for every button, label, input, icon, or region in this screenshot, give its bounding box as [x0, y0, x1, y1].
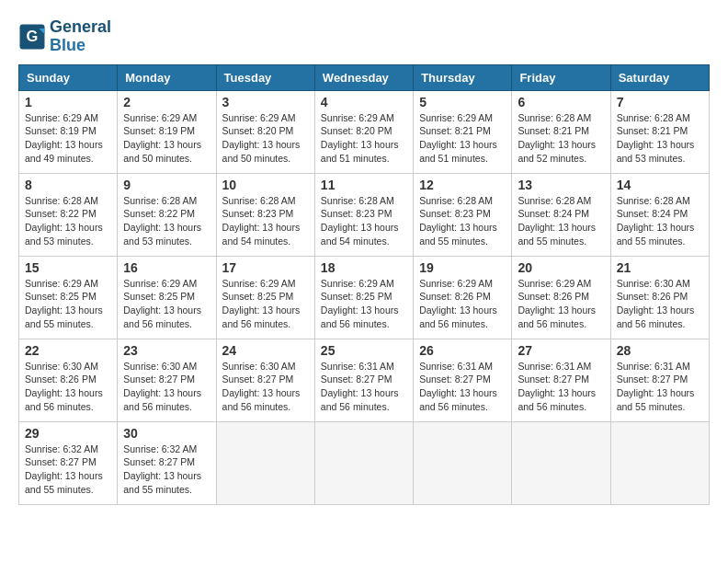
day-number: 30 — [123, 426, 210, 441]
day-info: Sunrise: 6:29 AM Sunset: 8:26 PM Dayligh… — [419, 277, 506, 331]
calendar-cell: 14 Sunrise: 6:28 AM Sunset: 8:24 PM Dayl… — [610, 173, 709, 256]
day-number: 7 — [617, 95, 703, 109]
day-number: 22 — [25, 343, 111, 358]
day-number: 18 — [321, 260, 407, 275]
day-number: 26 — [419, 343, 506, 358]
calendar-cell — [314, 421, 413, 504]
header-monday: Monday — [118, 64, 216, 90]
header-wednesday: Wednesday — [314, 64, 413, 90]
calendar-cell: 29 Sunrise: 6:32 AM Sunset: 8:27 PM Dayl… — [19, 421, 118, 504]
calendar-cell: 27 Sunrise: 6:31 AM Sunset: 8:27 PM Dayl… — [512, 339, 610, 421]
calendar-cell: 2 Sunrise: 6:29 AM Sunset: 8:19 PM Dayli… — [118, 90, 216, 173]
week-row-5: 29 Sunrise: 6:32 AM Sunset: 8:27 PM Dayl… — [19, 421, 710, 504]
calendar-cell — [610, 421, 709, 504]
weekday-header-row: Sunday Monday Tuesday Wednesday Thursday… — [19, 64, 710, 90]
logo-line1: General — [50, 18, 111, 37]
day-info: Sunrise: 6:29 AM Sunset: 8:25 PM Dayligh… — [25, 277, 111, 331]
header-thursday: Thursday — [414, 64, 512, 90]
day-info: Sunrise: 6:32 AM Sunset: 8:27 PM Dayligh… — [123, 442, 210, 497]
day-info: Sunrise: 6:28 AM Sunset: 8:24 PM Dayligh… — [617, 194, 703, 248]
day-info: Sunrise: 6:29 AM Sunset: 8:19 PM Dayligh… — [25, 111, 111, 166]
calendar-cell: 6 Sunrise: 6:28 AM Sunset: 8:21 PM Dayli… — [512, 90, 610, 173]
week-row-4: 22 Sunrise: 6:30 AM Sunset: 8:26 PM Dayl… — [19, 339, 710, 421]
day-number: 11 — [321, 178, 407, 192]
logo-icon: G — [18, 23, 46, 51]
week-row-3: 15 Sunrise: 6:29 AM Sunset: 8:25 PM Dayl… — [19, 256, 710, 339]
day-info: Sunrise: 6:30 AM Sunset: 8:27 PM Dayligh… — [222, 360, 309, 414]
day-info: Sunrise: 6:28 AM Sunset: 8:23 PM Dayligh… — [222, 194, 309, 248]
calendar-table: Sunday Monday Tuesday Wednesday Thursday… — [18, 64, 710, 505]
header-sunday: Sunday — [19, 64, 118, 90]
calendar-cell: 17 Sunrise: 6:29 AM Sunset: 8:25 PM Dayl… — [216, 256, 314, 339]
day-info: Sunrise: 6:29 AM Sunset: 8:20 PM Dayligh… — [222, 111, 309, 166]
day-number: 28 — [617, 343, 703, 358]
calendar-cell: 10 Sunrise: 6:28 AM Sunset: 8:23 PM Dayl… — [216, 173, 314, 256]
svg-text:G: G — [27, 27, 39, 43]
day-number: 6 — [518, 95, 604, 109]
day-number: 27 — [518, 343, 604, 358]
day-number: 20 — [518, 260, 604, 275]
day-info: Sunrise: 6:29 AM Sunset: 8:25 PM Dayligh… — [321, 277, 407, 331]
calendar-cell: 4 Sunrise: 6:29 AM Sunset: 8:20 PM Dayli… — [314, 90, 413, 173]
day-info: Sunrise: 6:30 AM Sunset: 8:26 PM Dayligh… — [25, 360, 111, 414]
header-tuesday: Tuesday — [216, 64, 314, 90]
calendar-cell: 28 Sunrise: 6:31 AM Sunset: 8:27 PM Dayl… — [610, 339, 709, 421]
day-info: Sunrise: 6:28 AM Sunset: 8:24 PM Dayligh… — [518, 194, 604, 248]
day-number: 24 — [222, 343, 309, 358]
day-info: Sunrise: 6:29 AM Sunset: 8:25 PM Dayligh… — [123, 277, 210, 331]
day-number: 17 — [222, 260, 309, 275]
calendar-cell: 12 Sunrise: 6:28 AM Sunset: 8:23 PM Dayl… — [414, 173, 512, 256]
day-number: 2 — [123, 95, 210, 109]
day-number: 16 — [123, 260, 210, 275]
day-number: 4 — [321, 95, 407, 109]
day-number: 9 — [123, 178, 210, 192]
calendar-cell: 5 Sunrise: 6:29 AM Sunset: 8:21 PM Dayli… — [414, 90, 512, 173]
day-number: 23 — [123, 343, 210, 358]
calendar-cell: 20 Sunrise: 6:29 AM Sunset: 8:26 PM Dayl… — [512, 256, 610, 339]
calendar-cell: 25 Sunrise: 6:31 AM Sunset: 8:27 PM Dayl… — [314, 339, 413, 421]
day-info: Sunrise: 6:28 AM Sunset: 8:22 PM Dayligh… — [123, 194, 210, 248]
calendar-cell: 18 Sunrise: 6:29 AM Sunset: 8:25 PM Dayl… — [314, 256, 413, 339]
day-info: Sunrise: 6:28 AM Sunset: 8:21 PM Dayligh… — [617, 111, 703, 166]
calendar-cell: 19 Sunrise: 6:29 AM Sunset: 8:26 PM Dayl… — [414, 256, 512, 339]
day-info: Sunrise: 6:32 AM Sunset: 8:27 PM Dayligh… — [25, 442, 111, 497]
day-info: Sunrise: 6:30 AM Sunset: 8:27 PM Dayligh… — [123, 360, 210, 414]
calendar-cell: 21 Sunrise: 6:30 AM Sunset: 8:26 PM Dayl… — [610, 256, 709, 339]
logo-line2: Blue — [50, 37, 111, 55]
calendar-cell: 23 Sunrise: 6:30 AM Sunset: 8:27 PM Dayl… — [118, 339, 216, 421]
day-number: 15 — [25, 260, 111, 275]
calendar-cell: 9 Sunrise: 6:28 AM Sunset: 8:22 PM Dayli… — [118, 173, 216, 256]
day-info: Sunrise: 6:29 AM Sunset: 8:19 PM Dayligh… — [123, 111, 210, 166]
day-number: 10 — [222, 178, 309, 192]
calendar-cell: 3 Sunrise: 6:29 AM Sunset: 8:20 PM Dayli… — [216, 90, 314, 173]
day-info: Sunrise: 6:28 AM Sunset: 8:23 PM Dayligh… — [321, 194, 407, 248]
day-number: 8 — [25, 178, 111, 192]
calendar-cell: 11 Sunrise: 6:28 AM Sunset: 8:23 PM Dayl… — [314, 173, 413, 256]
day-number: 25 — [321, 343, 407, 358]
day-info: Sunrise: 6:31 AM Sunset: 8:27 PM Dayligh… — [617, 360, 703, 414]
day-info: Sunrise: 6:28 AM Sunset: 8:22 PM Dayligh… — [25, 194, 111, 248]
calendar-cell: 26 Sunrise: 6:31 AM Sunset: 8:27 PM Dayl… — [414, 339, 512, 421]
day-number: 1 — [25, 95, 111, 109]
calendar-cell: 15 Sunrise: 6:29 AM Sunset: 8:25 PM Dayl… — [19, 256, 118, 339]
week-row-2: 8 Sunrise: 6:28 AM Sunset: 8:22 PM Dayli… — [19, 173, 710, 256]
day-info: Sunrise: 6:29 AM Sunset: 8:21 PM Dayligh… — [419, 111, 506, 166]
page-header: G General Blue — [18, 18, 710, 55]
day-info: Sunrise: 6:29 AM Sunset: 8:26 PM Dayligh… — [518, 277, 604, 331]
day-info: Sunrise: 6:29 AM Sunset: 8:25 PM Dayligh… — [222, 277, 309, 331]
day-info: Sunrise: 6:30 AM Sunset: 8:26 PM Dayligh… — [617, 277, 703, 331]
logo: G General Blue — [18, 18, 111, 55]
day-info: Sunrise: 6:31 AM Sunset: 8:27 PM Dayligh… — [518, 360, 604, 414]
calendar-cell: 13 Sunrise: 6:28 AM Sunset: 8:24 PM Dayl… — [512, 173, 610, 256]
calendar-cell: 30 Sunrise: 6:32 AM Sunset: 8:27 PM Dayl… — [118, 421, 216, 504]
day-info: Sunrise: 6:28 AM Sunset: 8:23 PM Dayligh… — [419, 194, 506, 248]
day-number: 12 — [419, 178, 506, 192]
day-info: Sunrise: 6:29 AM Sunset: 8:20 PM Dayligh… — [321, 111, 407, 166]
day-number: 5 — [419, 95, 506, 109]
calendar-cell — [414, 421, 512, 504]
calendar-cell — [216, 421, 314, 504]
day-number: 21 — [617, 260, 703, 275]
calendar-cell — [512, 421, 610, 504]
day-number: 19 — [419, 260, 506, 275]
calendar-cell: 8 Sunrise: 6:28 AM Sunset: 8:22 PM Dayli… — [19, 173, 118, 256]
